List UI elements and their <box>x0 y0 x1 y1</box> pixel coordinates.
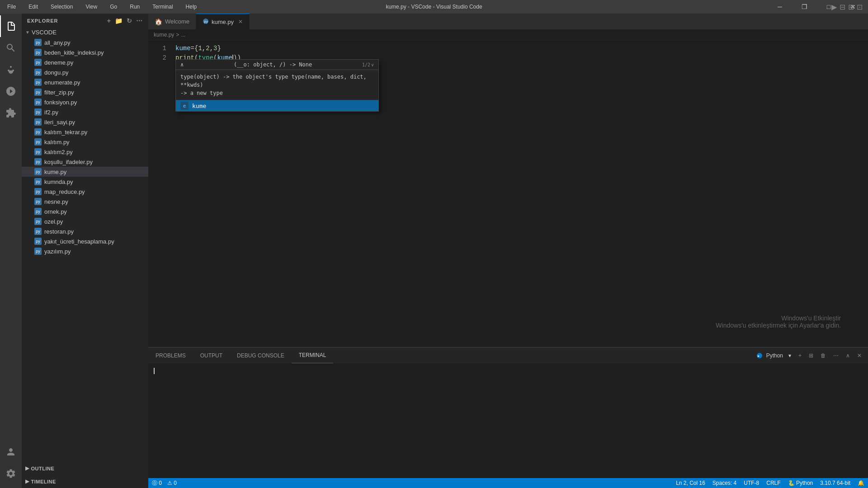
status-ln-col[interactable]: Ln 2, Col 16 <box>676 480 705 486</box>
autocomplete-item-kume[interactable]: e kume <box>176 100 378 111</box>
file-kalitim[interactable]: py kalıtım.py <box>22 137 148 147</box>
terminal-more-icon[interactable]: ⋯ <box>831 351 840 361</box>
new-folder-icon[interactable]: 📁 <box>115 17 123 24</box>
status-left: ⓪ 0 ⚠ 0 <box>152 479 177 487</box>
file-enumerate[interactable]: py enumerate.py <box>22 77 148 87</box>
file-kosullu[interactable]: py koşullu_ifadeler.py <box>22 157 148 167</box>
breadcrumb-sep: > <box>176 32 179 38</box>
file-ornek[interactable]: py ornek.py <box>22 206 148 216</box>
delete-terminal-icon[interactable]: 🗑 <box>819 351 828 361</box>
file-beden[interactable]: py beden_kitle_indeksi.py <box>22 47 148 57</box>
python-file-icon: py <box>34 198 42 205</box>
outline-header[interactable]: ▶ OUTLINE <box>22 464 148 473</box>
menu-run[interactable]: Run <box>127 3 142 11</box>
file-all-any[interactable]: py all_any.py <box>22 38 148 47</box>
terminal-collapse-icon[interactable]: ∧ <box>844 351 852 361</box>
activity-settings-icon[interactable] <box>0 463 22 484</box>
title-bar: File Edit Selection View Go Run Terminal… <box>0 0 868 14</box>
terminal-tabs: PROBLEMS OUTPUT DEBUG CONSOLE TERMINAL ▶… <box>148 347 868 363</box>
python-file-icon: py <box>34 59 42 66</box>
file-ozel[interactable]: py ozel.py <box>22 216 148 226</box>
main-area: 🏠 Welcome py kume.py ✕ ▶ ⊟ ⊞ ⊡ kume.py > <box>148 14 868 488</box>
file-ileri-sayi[interactable]: py ileri_sayi.py <box>22 117 148 127</box>
status-notification-icon[interactable]: 🔔 <box>858 480 864 486</box>
status-language[interactable]: 🐍 Python <box>788 480 813 486</box>
new-terminal-icon[interactable]: + <box>797 351 803 361</box>
kume-tab-icon: py <box>203 18 209 26</box>
outline-label: OUTLINE <box>31 466 55 471</box>
terminal-tab-output[interactable]: OUTPUT <box>193 347 230 363</box>
status-encoding[interactable]: UTF-8 <box>744 480 759 486</box>
timeline-section: ▶ TIMELINE <box>22 475 148 488</box>
python-file-icon: py <box>34 148 42 155</box>
file-dongu[interactable]: py dongu.py <box>22 67 148 77</box>
terminal-python-badge: ▶ Python ▾ <box>756 351 793 361</box>
new-file-icon[interactable]: + <box>107 17 111 24</box>
activity-extensions-icon[interactable] <box>0 102 22 124</box>
tab-welcome[interactable]: 🏠 Welcome <box>148 14 196 29</box>
menu-help[interactable]: Help <box>183 3 200 11</box>
terminal-content[interactable] <box>148 363 868 478</box>
autocomplete-popup[interactable]: ∧ (__o: object, /) -> None 1/2 ∨ type(ob… <box>175 59 379 112</box>
workspace-folder[interactable]: ▼ VSCODE <box>22 28 148 37</box>
file-yazilim[interactable]: py yazılım.py <box>22 246 148 256</box>
restore-button[interactable]: ❐ <box>794 0 815 14</box>
nav-down-icon[interactable]: ∨ <box>371 62 374 67</box>
python-badge-arrow-icon[interactable]: ▾ <box>787 351 793 361</box>
refresh-icon[interactable]: ↻ <box>127 17 132 24</box>
file-kumnda[interactable]: py kumnda.py <box>22 177 148 187</box>
file-nesne[interactable]: py nesne.py <box>22 197 148 206</box>
file-deneme[interactable]: py deneme.py <box>22 57 148 67</box>
minimize-button[interactable]: ─ <box>769 0 790 14</box>
autocomplete-list[interactable]: e kume <box>176 100 378 111</box>
file-list: py all_any.py py beden_kitle_indeksi.py … <box>22 37 148 257</box>
breadcrumb-file[interactable]: kume.py <box>154 32 174 38</box>
file-if2[interactable]: py if2.py <box>22 107 148 117</box>
tab-bar: 🏠 Welcome py kume.py ✕ ▶ ⊟ ⊞ ⊡ <box>148 14 868 29</box>
menu-file[interactable]: File <box>5 3 19 11</box>
editor-container[interactable]: 1 2 kume={1,2,3} print(type(kume)) ∧ (__… <box>148 40 868 347</box>
collapse-all-icon[interactable]: ⋯ <box>136 17 143 24</box>
file-restoran[interactable]: py restoran.py <box>22 226 148 236</box>
activity-debug-icon[interactable] <box>0 80 22 102</box>
status-bar: ⓪ 0 ⚠ 0 Ln 2, Col 16 Spaces: 4 UTF-8 CRL… <box>148 478 868 488</box>
status-eol[interactable]: CRLF <box>766 480 780 486</box>
menu-edit[interactable]: Edit <box>26 3 41 11</box>
terminal-tab-debug[interactable]: DEBUG CONSOLE <box>230 347 292 363</box>
tab-kume[interactable]: py kume.py ✕ <box>196 14 250 29</box>
menu-terminal[interactable]: Terminal <box>150 3 175 11</box>
tab-close-icon[interactable]: ✕ <box>238 19 243 25</box>
workspace-name: VSCODE <box>32 29 57 36</box>
file-yakit[interactable]: py yakıt_ücreti_hesaplama.py <box>22 236 148 246</box>
file-kume[interactable]: py kume.py <box>22 167 148 177</box>
status-spaces[interactable]: Spaces: 4 <box>712 480 736 486</box>
python-file-icon: py <box>34 49 42 56</box>
file-kalitim-tekrar[interactable]: py kalıtım_tekrar.py <box>22 127 148 137</box>
status-version[interactable]: 3.10.7 64-bit <box>820 480 850 486</box>
split-terminal-icon[interactable]: ⊞ <box>807 351 815 361</box>
menu-view[interactable]: View <box>83 3 100 11</box>
python-file-icon: py <box>34 89 42 96</box>
timeline-arrow-icon: ▶ <box>25 479 29 484</box>
terminal-tab-problems[interactable]: PROBLEMS <box>148 347 193 363</box>
timeline-label: TIMELINE <box>31 479 56 484</box>
menu-selection[interactable]: Selection <box>48 3 75 11</box>
file-filter-zip[interactable]: py filter_zip.py <box>22 87 148 97</box>
file-map-reduce[interactable]: py map_reduce.py <box>22 187 148 197</box>
menu-go[interactable]: Go <box>107 3 120 11</box>
nav-up-icon[interactable]: ∧ <box>180 61 184 68</box>
file-kalitim2[interactable]: py kalıtım2.py <box>22 147 148 157</box>
python-file-icon: py <box>34 158 42 165</box>
line-num-2: 2 <box>148 53 166 63</box>
activity-explorer-icon[interactable] <box>0 15 22 37</box>
terminal-tab-terminal[interactable]: TERMINAL <box>292 347 334 363</box>
timeline-header[interactable]: ▶ TIMELINE <box>22 477 148 486</box>
activity-scm-icon[interactable] <box>0 59 22 80</box>
status-warnings[interactable]: ⚠ 0 <box>167 480 177 486</box>
file-fonksiyon[interactable]: py fonksiyon.py <box>22 97 148 107</box>
breadcrumb-more[interactable]: ... <box>181 32 185 38</box>
status-errors[interactable]: ⓪ 0 <box>152 479 162 487</box>
activity-accounts-icon[interactable] <box>0 441 22 463</box>
activity-search-icon[interactable] <box>0 37 22 59</box>
terminal-close-icon[interactable]: ✕ <box>855 351 863 361</box>
